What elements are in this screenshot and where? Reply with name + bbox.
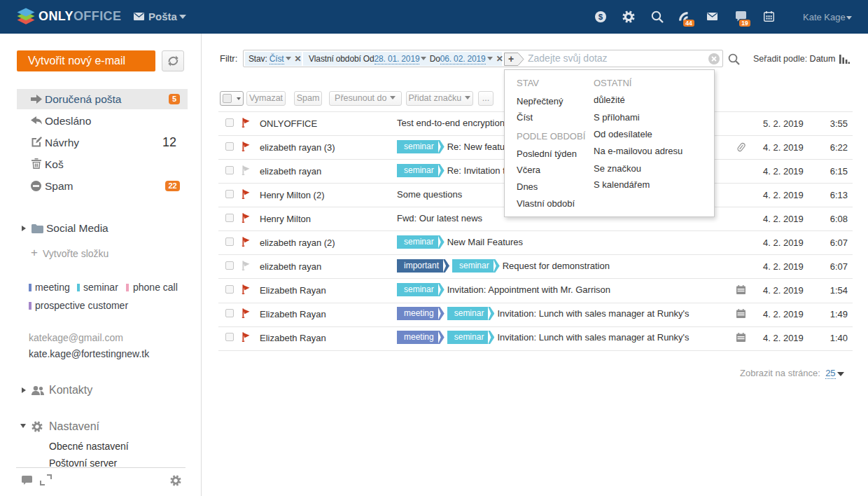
svg-text:$: $ [598, 13, 603, 21]
svg-text:+: + [508, 53, 514, 64]
